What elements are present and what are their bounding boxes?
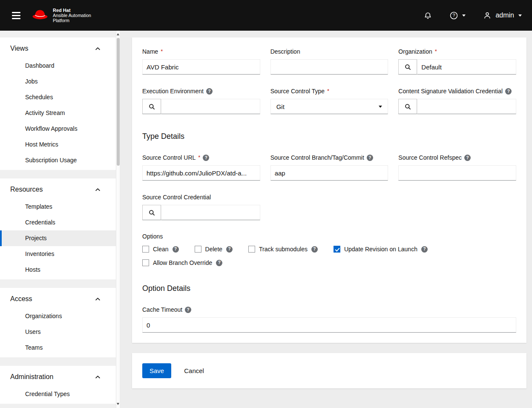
help-icon[interactable]: ? [421, 246, 428, 253]
delete-checkbox[interactable] [195, 246, 201, 253]
field-description: Description [270, 48, 388, 75]
question-circle-icon: ? [450, 11, 458, 20]
checkbox-label: Update Revision on Launch [344, 246, 417, 253]
sidebar-item-workflow-approvals[interactable]: Workflow Approvals [0, 121, 116, 137]
source-control-branch-input[interactable] [270, 165, 388, 181]
source-control-refspec-input[interactable] [398, 165, 516, 181]
option-allow-branch-override[interactable]: Allow Branch Override ? [142, 259, 222, 266]
sidebar-item-inventories[interactable]: Inventories [0, 246, 116, 262]
help-icon[interactable]: ? [216, 260, 222, 266]
user-menu-button[interactable]: admin [483, 11, 522, 19]
help-icon[interactable]: ? [464, 155, 471, 161]
sidebar-item-templates[interactable]: Templates [0, 199, 116, 215]
option-delete[interactable]: Delete ? [195, 246, 233, 253]
nav-group-views: Views Dashboard Jobs Schedules Activity … [0, 37, 116, 170]
search-icon [405, 64, 411, 70]
sidebar-scrollbar[interactable] [116, 31, 120, 408]
required-asterisk: * [435, 47, 437, 55]
field-source-control-branch: Source Control Branch/Tag/Commit ? [270, 154, 388, 181]
help-icon[interactable]: ? [505, 88, 512, 95]
scroll-up-arrow-icon[interactable] [116, 32, 120, 37]
sidebar-item-host-metrics[interactable]: Host Metrics [0, 137, 116, 152]
source-control-url-input[interactable] [142, 165, 260, 181]
execution-environment-input[interactable] [161, 99, 260, 114]
type-details-heading: Type Details [142, 127, 516, 141]
save-button[interactable]: Save [142, 363, 171, 378]
cancel-button[interactable]: Cancel [182, 363, 206, 378]
main-content: Name * Description Organization * [120, 31, 532, 408]
scroll-down-arrow-icon[interactable] [116, 402, 120, 407]
option-update-revision-on-launch[interactable]: Update Revision on Launch ? [334, 246, 428, 253]
sidebar-item-schedules[interactable]: Schedules [0, 89, 116, 105]
required-asterisk: * [327, 87, 329, 95]
checkbox-label: Clean [153, 246, 169, 253]
sidebar-item-dashboard[interactable]: Dashboard [0, 58, 116, 74]
checkbox-label: Delete [205, 246, 222, 253]
help-menu-button[interactable]: ? [450, 11, 466, 20]
sidebar-item-subscription-usage[interactable]: Subscription Usage [0, 152, 116, 168]
help-icon[interactable]: ? [203, 155, 209, 161]
signature-credential-lookup-button[interactable] [398, 99, 417, 114]
allow-branch-override-checkbox[interactable] [142, 259, 149, 266]
form-actions-card: Save Cancel [132, 353, 526, 388]
chevron-up-icon [95, 188, 101, 192]
nav-group-resources: Resources Templates Credentials Projects… [0, 178, 116, 279]
organization-lookup-button[interactable] [398, 59, 417, 75]
sidebar-item-hosts[interactable]: Hosts [0, 262, 116, 278]
field-source-control-url: Source Control URL * ? [142, 154, 260, 181]
help-icon[interactable]: ? [226, 246, 233, 253]
clean-checkbox[interactable] [142, 246, 149, 253]
caret-down-icon [379, 106, 382, 108]
sidebar-item-credentials[interactable]: Credentials [0, 215, 116, 230]
project-edit-form-card: Name * Description Organization * [132, 37, 526, 343]
nav-group-label: Access [10, 295, 32, 303]
name-input[interactable] [142, 59, 260, 75]
sidebar-item-users[interactable]: Users [0, 324, 116, 340]
caret-down-icon [518, 14, 522, 17]
user-icon [483, 11, 491, 19]
execution-environment-label: Execution Environment [142, 87, 204, 95]
source-control-credential-lookup-button[interactable] [142, 205, 161, 220]
help-icon[interactable]: ? [173, 246, 179, 253]
sidebar-item-jobs[interactable]: Jobs [0, 74, 116, 89]
cache-timeout-input[interactable] [142, 317, 516, 333]
nav-group-toggle-access[interactable]: Access [0, 290, 116, 308]
option-clean[interactable]: Clean ? [142, 246, 179, 253]
help-icon[interactable]: ? [185, 307, 191, 313]
option-track-submodules[interactable]: Track submodules ? [248, 246, 318, 253]
source-control-type-select[interactable]: Git [270, 99, 388, 114]
scrollbar-thumb[interactable] [117, 38, 120, 166]
help-icon[interactable]: ? [367, 155, 373, 161]
notifications-button[interactable] [424, 11, 432, 20]
masthead-actions: ? admin [424, 11, 522, 20]
svg-text:?: ? [453, 13, 455, 18]
organization-input[interactable] [417, 59, 516, 75]
signature-credential-input[interactable] [417, 99, 516, 114]
nav-group-toggle-resources[interactable]: Resources [0, 180, 116, 199]
help-icon[interactable]: ? [311, 246, 318, 253]
description-input[interactable] [270, 59, 388, 75]
sidebar-item-projects[interactable]: Projects [0, 230, 116, 246]
help-icon[interactable]: ? [206, 88, 213, 95]
source-control-credential-input[interactable] [161, 205, 260, 220]
sidebar-item-teams[interactable]: Teams [0, 340, 116, 356]
nav-group-label: Administration [10, 373, 53, 381]
track-submodules-checkbox[interactable] [248, 246, 255, 253]
options-group: Options Clean ? Delete ? [142, 233, 516, 266]
sidebar-item-activity-stream[interactable]: Activity Stream [0, 105, 116, 121]
source-control-refspec-label: Source Control Refspec [398, 154, 462, 162]
execution-environment-lookup-button[interactable] [142, 99, 161, 114]
field-source-control-type: Source Control Type * Git [270, 87, 388, 114]
update-revision-on-launch-checkbox[interactable] [334, 246, 340, 253]
sidebar-item-organizations[interactable]: Organizations [0, 308, 116, 324]
chevron-up-icon [95, 297, 101, 301]
nav-group-label: Resources [10, 186, 43, 193]
organization-label: Organization [398, 48, 432, 56]
nav-toggle-icon[interactable] [10, 10, 22, 21]
nav-group-administration: Administration Credential Types [0, 366, 116, 404]
nav-group-toggle-views[interactable]: Views [0, 39, 116, 58]
nav-group-toggle-administration[interactable]: Administration [0, 368, 116, 386]
nav-group-access: Access Organizations Users Teams [0, 288, 116, 357]
sidebar-item-credential-types[interactable]: Credential Types [0, 386, 116, 402]
signature-credential-label: Content Signature Validation Credential [398, 87, 503, 95]
